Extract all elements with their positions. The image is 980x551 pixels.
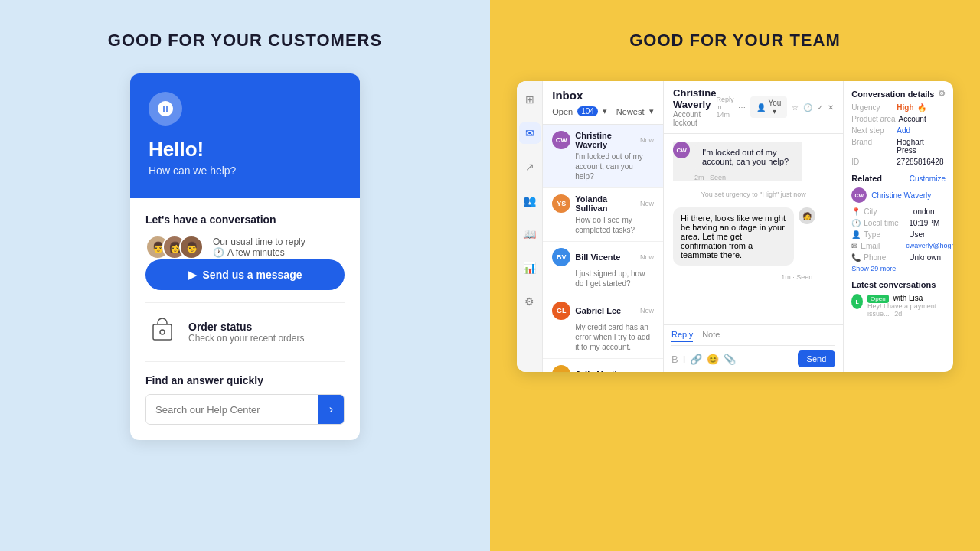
- conv-msg-2: I just signed up, how do I get started?: [552, 269, 654, 289]
- details-gear-icon[interactable]: ⚙: [938, 89, 946, 99]
- open-count-badge: 104: [577, 106, 598, 116]
- order-content: Order status Check on your recent orders: [145, 315, 345, 349]
- search-input[interactable]: [146, 395, 318, 424]
- phone-row: 📞 Phone Unknown: [851, 253, 946, 262]
- type-row: 👤 Type User: [851, 230, 946, 239]
- fire-icon: 🔥: [917, 103, 926, 112]
- id-value: 27285816428: [897, 158, 943, 166]
- bold-icon[interactable]: B: [671, 354, 678, 365]
- conversation-item-4[interactable]: JM Julia Martin Now: [543, 359, 663, 372]
- italic-icon[interactable]: I: [683, 354, 686, 365]
- chat-input-row: B I 🔗 😊 📎 Send: [671, 350, 835, 367]
- related-name[interactable]: Christine Waverly: [871, 191, 931, 200]
- customer-card: Hello! How can we help? Let's have a con…: [130, 73, 360, 440]
- latest-text: Open with Lisa Hey! I have a payment iss…: [867, 294, 946, 318]
- left-panel: GOOD FOR YOUR CUSTOMERS Hello! How can w…: [0, 0, 490, 551]
- inbox-container: ⊞ ✉ ↗ 👥 📖 📊 ⚙ Inbox Open 104 ▾ Newest ▾: [517, 81, 953, 372]
- tab-reply[interactable]: Reply: [671, 330, 693, 342]
- conv-avatar-1: YS: [552, 194, 570, 213]
- conversation-item-1[interactable]: YS Yolanda Sullivan Now How do I see my …: [543, 188, 663, 242]
- filter-chevron[interactable]: ▾: [603, 106, 607, 116]
- search-section: Find an answer quickly ›: [145, 374, 345, 425]
- conv-avatar-3: GL: [552, 302, 570, 320]
- search-arrow-icon: ›: [329, 403, 333, 416]
- chat-message-2: Hi there, looks like we might be having …: [673, 207, 834, 266]
- chat-message-1: CW I'm locked out of my account, can you…: [673, 142, 802, 181]
- newest-label: Newest: [616, 107, 645, 116]
- sidebar-icon-grid[interactable]: ⊞: [519, 89, 541, 110]
- clock-icon-details: 🕐: [851, 219, 861, 227]
- brand-row: Brand Hoghart Press: [851, 138, 946, 155]
- chat-user-info: Christine Waverly Account lockout: [673, 87, 716, 127]
- conversation-item-0[interactable]: CW Christine Waverly Now I'm locked out …: [543, 125, 663, 188]
- check-icon[interactable]: ✓: [817, 103, 823, 112]
- chat-header: Christine Waverly Account lockout Reply …: [664, 81, 843, 134]
- city-row: 📍 City London: [851, 207, 946, 216]
- related-avatar: CW: [851, 187, 867, 203]
- reply-info: 👨 👩 👨 Our usual time to reply 🕐 A few mi…: [145, 235, 345, 259]
- email-row: ✉ Email cwaverly@hoghart.io: [851, 242, 946, 250]
- newest-chevron[interactable]: ▾: [649, 106, 654, 116]
- conv-name-4: Julia Martin: [575, 370, 635, 372]
- phone-label: Phone: [864, 253, 906, 262]
- product-label: Product area: [851, 115, 895, 123]
- order-text: Order status Check on your recent orders: [188, 321, 304, 344]
- customize-link[interactable]: Customize: [910, 174, 946, 183]
- search-button[interactable]: ›: [318, 395, 344, 424]
- order-title: Order status: [188, 321, 304, 333]
- conv-msg-1: How do I see my completed tasks?: [552, 215, 654, 235]
- email-value[interactable]: cwaverly@hoghart.io: [906, 242, 953, 249]
- next-label: Next step: [851, 126, 893, 135]
- system-message: You set urgency to "High" just now: [673, 187, 834, 201]
- conv-msg-3: My credit card has an error when I try t…: [552, 322, 654, 352]
- urgency-value: High: [897, 103, 913, 112]
- sidebar-icon-send[interactable]: ↗: [519, 156, 541, 178]
- attach-icon[interactable]: 📎: [724, 354, 736, 365]
- conversation-item-3[interactable]: GL Gabriel Lee Now My credit card has an…: [543, 295, 663, 359]
- chat-panel: Christine Waverly Account lockout Reply …: [664, 81, 843, 372]
- inbox-filters: Open 104 ▾ Newest ▾: [552, 106, 654, 116]
- conv-name-2: Bill Vicente: [575, 253, 635, 262]
- msg-meta-1: 2m · Seen: [694, 174, 802, 181]
- details-panel: Conversation details ⚙ Urgency High 🔥 Pr…: [843, 81, 953, 372]
- link-icon[interactable]: 🔗: [690, 354, 702, 365]
- location-icon: 📍: [851, 207, 861, 216]
- sidebar-icon-inbox[interactable]: ✉: [519, 122, 541, 144]
- conv-time-4: Now: [640, 370, 654, 372]
- card-subtitle: How can we help?: [149, 165, 341, 177]
- show-more-link[interactable]: Show 29 more: [851, 265, 946, 272]
- sidebar-icon-users[interactable]: 👥: [519, 190, 541, 211]
- conversation-item-2[interactable]: BV Bill Vicente Now I just signed up, ho…: [543, 242, 663, 295]
- close-icon[interactable]: ✕: [828, 103, 834, 112]
- conv-time-0: Now: [640, 136, 654, 144]
- order-subtitle: Check on your recent orders: [188, 333, 304, 344]
- city-value: London: [909, 207, 934, 216]
- more-options-icon[interactable]: ⋯: [738, 103, 746, 112]
- id-row: ID 27285816428: [851, 158, 946, 166]
- sidebar-icon-book[interactable]: 📖: [519, 223, 541, 245]
- search-bar: ›: [145, 394, 345, 425]
- latest-status: Open with Lisa: [867, 294, 946, 302]
- related-user: CW Christine Waverly: [851, 187, 946, 203]
- right-title: GOOD FOR YOUR TEAM: [629, 31, 841, 51]
- localtime-value: 10:19PM: [909, 219, 939, 227]
- send-chat-button[interactable]: Send: [798, 350, 836, 367]
- send-message-button[interactable]: ▶ Send us a message: [145, 259, 345, 290]
- id-label: ID: [851, 158, 893, 166]
- assignee-button[interactable]: 👤 You ▾: [750, 96, 787, 118]
- conv-name-3: Gabriel Lee: [575, 306, 635, 315]
- sidebar-icon-settings[interactable]: ⚙: [519, 291, 541, 312]
- details-title: Conversation details ⚙: [851, 89, 946, 99]
- next-value[interactable]: Add: [897, 126, 910, 135]
- sidebar-icon-chart[interactable]: 📊: [519, 257, 541, 279]
- next-row: Next step Add: [851, 126, 946, 135]
- star-icon[interactable]: ☆: [792, 103, 799, 112]
- type-value: User: [909, 230, 925, 239]
- conv-avatar-2: BV: [552, 248, 570, 266]
- conv-time-1: Now: [640, 200, 654, 207]
- tab-note[interactable]: Note: [702, 330, 720, 342]
- sidebar-icons: ⊞ ✉ ↗ 👥 📖 📊 ⚙: [517, 81, 543, 372]
- snooze-icon[interactable]: 🕐: [803, 103, 812, 112]
- emoji-icon[interactable]: 😊: [707, 354, 719, 365]
- related-section: Related Customize CW Christine Waverly 📍…: [851, 174, 946, 272]
